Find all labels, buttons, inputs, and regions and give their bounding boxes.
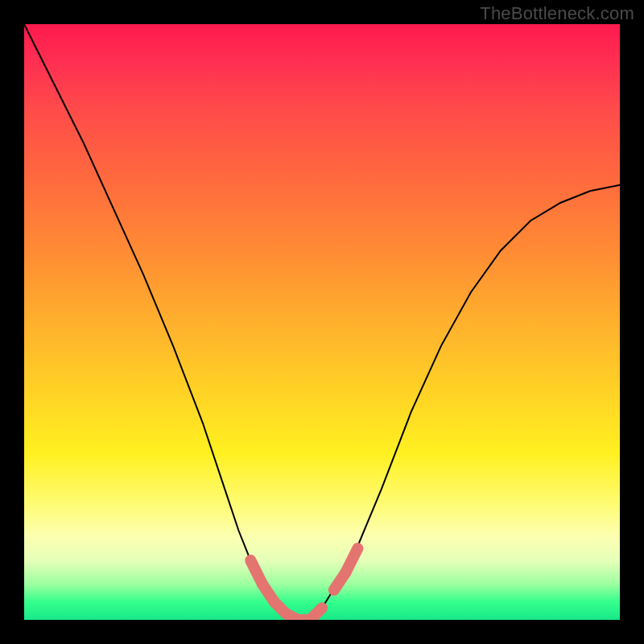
plot-area (24, 24, 620, 620)
chart-frame: TheBottleneck.com (0, 0, 644, 644)
curve-markers (24, 24, 620, 620)
watermark-text: TheBottleneck.com (480, 3, 634, 24)
marker-segment (310, 608, 322, 620)
marker-segments (250, 548, 357, 620)
marker-segment (346, 548, 358, 572)
